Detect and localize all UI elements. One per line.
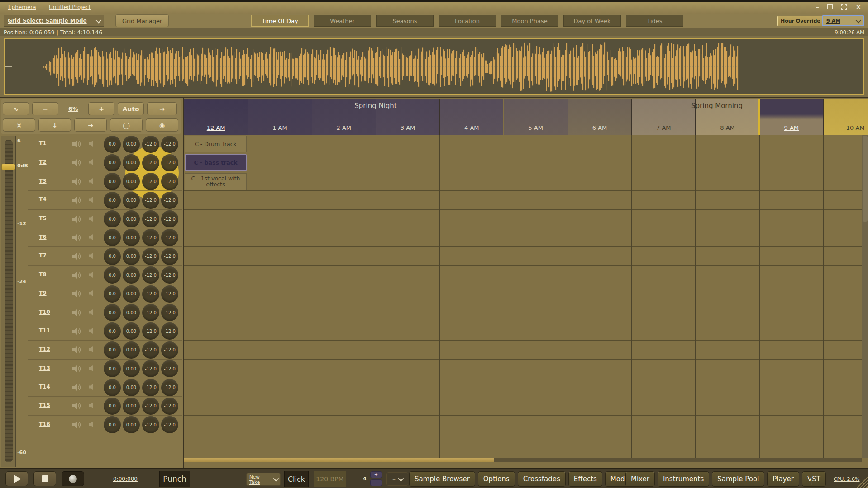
- track-knob[interactable]: -12.0: [142, 285, 159, 303]
- track-knob[interactable]: 0.00: [123, 322, 140, 340]
- speaker-waves-icon[interactable]: [72, 140, 82, 148]
- speaker-waves-icon[interactable]: [72, 365, 82, 373]
- stop-button[interactable]: [33, 471, 56, 486]
- track-name[interactable]: T7: [39, 252, 47, 259]
- track-knob[interactable]: -12.0: [161, 360, 178, 377]
- fullscreen-icon[interactable]: [841, 4, 847, 10]
- track-knob[interactable]: 0.0: [104, 379, 121, 396]
- speaker-icon[interactable]: [89, 196, 95, 203]
- grid-select-dropdown[interactable]: Grid Select: Sample Mode: [4, 15, 104, 27]
- circle-tool-button[interactable]: ◯: [110, 118, 143, 132]
- waveform-display[interactable]: [4, 38, 864, 95]
- tab-tides[interactable]: Tides: [626, 15, 683, 27]
- track-knob[interactable]: 0.00: [123, 229, 140, 246]
- track-name[interactable]: T10: [39, 309, 50, 315]
- app-menu[interactable]: Ephemera: [8, 4, 36, 10]
- track-name[interactable]: T15: [39, 402, 50, 408]
- instruments-button[interactable]: Instruments: [658, 471, 709, 487]
- track-knob[interactable]: -12.0: [142, 210, 159, 227]
- speaker-waves-icon[interactable]: [72, 309, 82, 317]
- track-knob[interactable]: -12.0: [161, 136, 178, 153]
- track-knob[interactable]: -12.0: [142, 266, 159, 284]
- track-knob[interactable]: -12.0: [142, 154, 159, 171]
- track-knob[interactable]: 0.00: [123, 154, 140, 171]
- speaker-icon[interactable]: [89, 327, 95, 334]
- options-button[interactable]: Options: [478, 471, 515, 487]
- record-button[interactable]: [62, 471, 84, 486]
- speaker-waves-icon[interactable]: [72, 159, 82, 166]
- punch-button[interactable]: Punch: [159, 471, 190, 487]
- track-name[interactable]: T12: [39, 346, 50, 352]
- track-knob[interactable]: -12.0: [142, 136, 159, 153]
- nudge-right-button[interactable]: →: [74, 118, 107, 132]
- track-name[interactable]: T4: [39, 196, 47, 203]
- arrow-down-button[interactable]: ↓: [38, 118, 71, 132]
- speaker-waves-icon[interactable]: [72, 402, 82, 410]
- track-knob[interactable]: 0.0: [104, 341, 121, 359]
- track-knob[interactable]: -12.0: [161, 173, 178, 190]
- horizontal-scrollbar-thumb[interactable]: [184, 458, 494, 462]
- track-knob[interactable]: 0.0: [104, 173, 121, 190]
- track-name[interactable]: T16: [39, 421, 50, 427]
- take-dropdown[interactable]: New Take: [246, 473, 281, 486]
- speaker-waves-icon[interactable]: [72, 178, 82, 185]
- track-knob[interactable]: 0.00: [123, 416, 140, 433]
- track-knob[interactable]: -12.0: [161, 379, 178, 396]
- hour-label-3-am[interactable]: 3 AM: [376, 124, 439, 131]
- zoom-in-button[interactable]: +: [88, 102, 114, 115]
- cpu-readout[interactable]: CPU: 2.6%: [834, 476, 860, 482]
- clip-c-drum-track[interactable]: C - Drum Track: [185, 136, 247, 152]
- arrow-right-button[interactable]: →: [147, 102, 177, 115]
- track-name[interactable]: T8: [39, 271, 47, 278]
- horizontal-scrollbar[interactable]: [184, 458, 862, 462]
- playhead[interactable]: [758, 99, 760, 135]
- track-knob[interactable]: 0.00: [123, 266, 140, 284]
- speaker-icon[interactable]: [89, 384, 95, 390]
- speaker-icon[interactable]: [89, 140, 95, 147]
- stepper-plus-button[interactable]: +: [370, 471, 382, 478]
- track-knob[interactable]: 0.00: [123, 341, 140, 359]
- track-knob[interactable]: -12.0: [142, 192, 159, 209]
- track-knob[interactable]: -12.0: [142, 379, 159, 396]
- grid-body[interactable]: C - Drum TrackC - bass trackC - 1st voca…: [184, 135, 868, 458]
- speaker-icon[interactable]: [89, 290, 95, 297]
- project-title[interactable]: Untitled Project: [49, 4, 91, 10]
- track-knob[interactable]: 0.00: [123, 136, 140, 153]
- tab-seasons[interactable]: Seasons: [376, 15, 434, 27]
- speaker-waves-icon[interactable]: [72, 234, 82, 242]
- track-name[interactable]: T3: [39, 178, 47, 184]
- close-icon[interactable]: ×: [855, 4, 862, 10]
- fader-track[interactable]: [1, 136, 16, 467]
- play-button[interactable]: [5, 471, 28, 486]
- clock-readout[interactable]: 9:00:26 AM: [835, 29, 864, 36]
- track-knob[interactable]: -12.0: [161, 398, 178, 415]
- track-knob[interactable]: -12.0: [161, 341, 178, 359]
- track-knob[interactable]: 0.00: [123, 192, 140, 209]
- speaker-waves-icon[interactable]: [72, 271, 82, 279]
- hour-select-dropdown[interactable]: 9 AM: [822, 15, 864, 26]
- track-knob[interactable]: 0.0: [104, 304, 121, 321]
- track-knob[interactable]: 0.0: [104, 248, 121, 265]
- minimize-icon[interactable]: –: [816, 4, 819, 10]
- zoom-level-link[interactable]: 6%: [62, 102, 85, 115]
- track-knob[interactable]: 0.0: [104, 266, 121, 284]
- track-knob[interactable]: -12.0: [142, 304, 159, 321]
- transport-time[interactable]: 0:00:000: [113, 476, 154, 482]
- track-knob[interactable]: 0.0: [104, 360, 121, 377]
- sphere-tool-button[interactable]: ◉: [146, 118, 178, 132]
- hour-label-6-am[interactable]: 6 AM: [568, 124, 631, 131]
- note-value-dropdown[interactable]: =: [386, 472, 408, 486]
- track-knob[interactable]: 0.00: [123, 173, 140, 190]
- speaker-waves-icon[interactable]: [72, 215, 82, 223]
- clip-c-1st-vocal-with-effects[interactable]: C - 1st vocal with effects: [185, 173, 247, 190]
- track-knob[interactable]: 0.0: [104, 210, 121, 227]
- hour-label-8-am[interactable]: 8 AM: [696, 124, 759, 131]
- track-knob[interactable]: 0.0: [104, 416, 121, 433]
- speaker-icon[interactable]: [89, 234, 95, 241]
- hour-label-10-am[interactable]: 10 AM: [824, 124, 868, 131]
- delete-button[interactable]: ×: [3, 118, 35, 132]
- speaker-icon[interactable]: [89, 178, 95, 185]
- vertical-scrollbar-thumb[interactable]: [863, 136, 868, 222]
- track-knob[interactable]: -12.0: [161, 322, 178, 340]
- hour-label-5-am[interactable]: 5 AM: [504, 124, 568, 131]
